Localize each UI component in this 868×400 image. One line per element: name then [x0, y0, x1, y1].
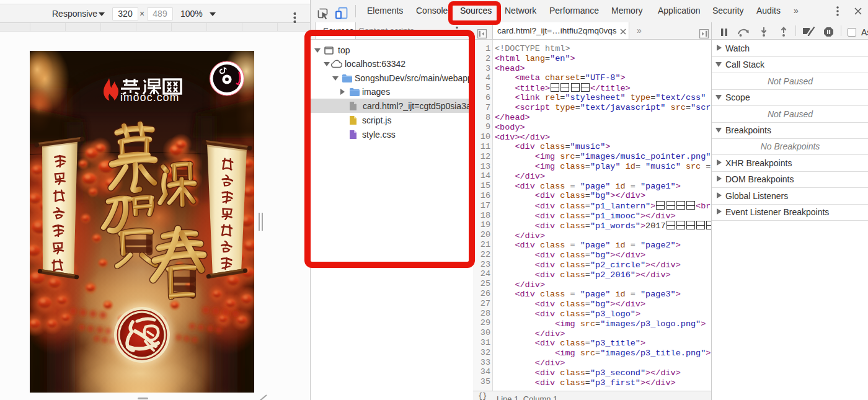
svg-text:imooc.com: imooc.com	[120, 91, 179, 104]
